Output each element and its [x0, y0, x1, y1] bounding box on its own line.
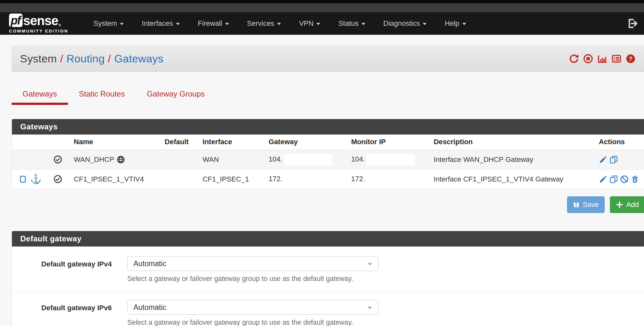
breadcrumb: System/Routing/Gateways — [12, 45, 644, 72]
nav-item-label: Interfaces — [142, 19, 173, 28]
col-name: Name — [66, 135, 159, 150]
save-button-label: Save — [583, 200, 599, 209]
default-gateway-ipv4-label: Default gateway IPv4 — [12, 256, 112, 283]
chevron-down-icon — [367, 260, 373, 267]
caret-down-icon — [176, 23, 180, 25]
col-description: Description — [426, 135, 591, 150]
gateways-table: Name Default Interface Gateway Monitor I… — [12, 135, 644, 189]
nav-item-interfaces[interactable]: Interfaces — [133, 19, 189, 28]
caret-down-icon — [361, 23, 365, 25]
field-help-text: Select a gateway or failover gateway gro… — [127, 275, 379, 283]
breadcrumb-separator: / — [57, 52, 67, 65]
nav-item-status[interactable]: Status — [329, 19, 374, 28]
refresh-icon[interactable] — [569, 54, 579, 64]
window-top-edge — [0, 0, 644, 3]
caret-down-icon — [277, 23, 281, 25]
table-header-row: Name Default Interface Gateway Monitor I… — [12, 135, 644, 150]
table-row-wan-dhcp: WAN_DHCP WAN 104. 104. Interface WAN_DHC… — [12, 150, 644, 169]
gateway-description: Interface WAN_DHCP Gateway — [426, 150, 591, 169]
logo-registered-mark: ® — [58, 23, 61, 27]
default-gateway-ipv6-label: Default gateway IPv6 — [12, 300, 112, 326]
tab-gateway-groups[interactable]: Gateway Groups — [136, 89, 216, 105]
nav-item-label: Firewall — [198, 19, 222, 28]
gateway-name: CF1_IPSEC_1_VTIV4 — [74, 175, 144, 183]
form-row-ipv6: Default gateway IPv6 Automatic Select a … — [12, 291, 644, 326]
default-gateway-ipv4-select[interactable]: Automatic — [127, 256, 379, 271]
select-checkbox-icon[interactable] — [19, 175, 27, 183]
default-gateway-ipv6-select[interactable]: Automatic — [127, 300, 379, 315]
nav-item-label: System — [93, 19, 117, 28]
tab-static-routes[interactable]: Static Routes — [68, 89, 136, 105]
gateway-online-icon — [53, 155, 62, 164]
copy-icon[interactable] — [610, 155, 618, 164]
svg-text:?: ? — [629, 55, 632, 62]
default-gateway-panel: Default gateway Default gateway IPv4 Aut… — [12, 231, 644, 326]
nav-item-label: VPN — [299, 19, 313, 28]
logo-edition-text: COMMUNITY EDITION — [9, 29, 68, 33]
logo-pf-badge: pf — [9, 14, 23, 27]
edit-icon[interactable] — [599, 175, 607, 183]
col-gateway: Gateway — [261, 135, 343, 150]
stop-icon[interactable] — [583, 54, 593, 64]
nav-item-help[interactable]: Help — [436, 19, 475, 28]
anchor-icon: ⚓ — [30, 174, 42, 184]
nav-item-label: Services — [247, 19, 274, 28]
redacted-ip — [366, 154, 415, 165]
nav-item-vpn[interactable]: VPN — [290, 19, 329, 28]
redacted-ip — [366, 173, 415, 185]
gateway-address: 104. — [269, 155, 283, 163]
gateways-panel-title: Gateways — [12, 119, 644, 135]
redacted-ip — [284, 154, 332, 165]
help-icon[interactable]: ? — [626, 54, 636, 64]
col-monitor-ip: Monitor IP — [343, 135, 426, 150]
delete-icon[interactable] — [631, 175, 639, 183]
selected-value: Automatic — [133, 303, 166, 312]
selected-value: Automatic — [133, 259, 166, 268]
copy-icon[interactable] — [610, 175, 618, 183]
window-title-strip — [0, 3, 644, 12]
add-button-label: Add — [626, 200, 639, 209]
nav-item-firewall[interactable]: Firewall — [189, 19, 238, 28]
sign-out-icon[interactable] — [627, 18, 638, 29]
gateway-interface: WAN — [195, 150, 261, 169]
nav-item-system[interactable]: System — [84, 19, 133, 28]
field-help-text: Select a gateway or failover gateway gro… — [127, 319, 379, 326]
redacted-ip — [284, 173, 332, 185]
col-interface: Interface — [195, 135, 261, 150]
edit-icon[interactable] — [599, 155, 607, 164]
chart-icon[interactable] — [597, 54, 607, 64]
monitor-ip: 104. — [351, 155, 365, 163]
logo-sense-text: sense — [23, 14, 58, 27]
gateway-name: WAN_DHCP — [74, 155, 114, 164]
breadcrumb-link-routing[interactable]: Routing — [66, 52, 105, 65]
caret-down-icon — [120, 23, 124, 25]
tab-bar: Gateways Static Routes Gateway Groups — [12, 89, 644, 105]
breadcrumb-section: System — [20, 52, 57, 65]
pfsense-logo[interactable]: pf sense ® COMMUNITY EDITION — [9, 14, 68, 33]
nav-item-label: Status — [338, 19, 358, 28]
top-navbar: pf sense ® COMMUNITY EDITION System Inte… — [0, 12, 644, 35]
gateway-address: 172. — [269, 175, 283, 183]
default-gateway-globe-icon — [117, 155, 125, 164]
default-gateway-panel-title: Default gateway — [12, 231, 644, 247]
save-icon — [573, 201, 580, 208]
log-icon[interactable] — [611, 54, 621, 64]
caret-down-icon — [316, 23, 320, 25]
gateways-panel: Gateways Name Default Interface Gateway … — [12, 119, 644, 189]
breadcrumb-link-gateways[interactable]: Gateways — [114, 52, 163, 65]
nav-item-label: Diagnostics — [383, 19, 420, 28]
monitor-ip: 172. — [351, 175, 365, 183]
page-title: System/Routing/Gateways — [20, 52, 163, 65]
nav-item-services[interactable]: Services — [238, 19, 290, 28]
nav-item-diagnostics[interactable]: Diagnostics — [374, 19, 436, 28]
disable-icon[interactable] — [620, 175, 629, 183]
gateway-interface: CF1_IPSEC_1 — [195, 169, 261, 189]
plus-icon — [616, 201, 623, 209]
add-button[interactable]: Add — [610, 196, 644, 213]
table-row-cf1-ipsec: ⚓ CF1_IPSEC_1_VTIV4 — [12, 169, 644, 189]
gateway-description: Interface CF1_IPSEC_1_VTIV4 Gateway — [426, 169, 591, 189]
caret-down-icon — [462, 23, 466, 25]
save-button[interactable]: Save — [567, 196, 605, 213]
tab-gateways[interactable]: Gateways — [12, 89, 68, 105]
chevron-down-icon — [367, 304, 373, 311]
